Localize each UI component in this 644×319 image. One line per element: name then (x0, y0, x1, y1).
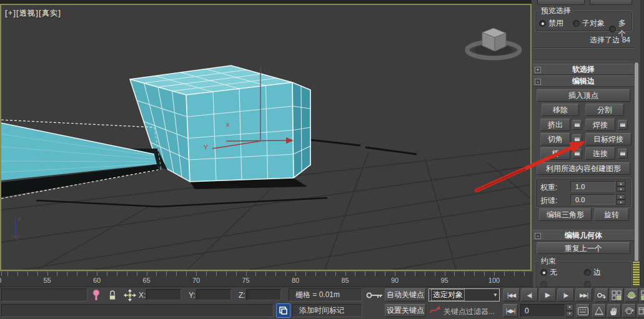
ring-button-partial[interactable] (537, 0, 585, 5)
settings-dialog-icon (575, 137, 580, 141)
mini-listener-line[interactable] (1, 288, 87, 302)
radio-dot (539, 20, 546, 27)
chamfer-button[interactable]: 切角 (540, 133, 570, 145)
target-weld-button[interactable]: 目标焊接 (585, 133, 632, 145)
weight-spinner[interactable]: ▲ ▼ (617, 181, 625, 192)
beam-model[interactable] (1, 120, 161, 199)
spinner-up-icon[interactable]: ▲ (566, 304, 573, 311)
radio-label: 子对象 (582, 18, 605, 29)
field-of-view-button[interactable] (625, 288, 638, 302)
radio-constraint-edge[interactable]: 边 (584, 267, 601, 278)
weight-field[interactable]: 1.0 (570, 181, 615, 192)
maximize-viewport-toggle-partial[interactable] (637, 304, 644, 318)
next-frame-button[interactable]: |▶ (557, 288, 574, 302)
weld-settings-button[interactable] (618, 120, 628, 130)
turn-button[interactable]: 旋转 (594, 209, 629, 221)
perspective-viewport[interactable]: x Y z [+][透视][真实] (0, 4, 532, 271)
create-shape-button[interactable]: 利用所选内容创建图形 (537, 162, 630, 175)
edit-triangulation-button[interactable]: 编辑三角形 (539, 209, 592, 221)
extrude-settings-button[interactable] (572, 120, 582, 130)
radio-label: 边 (593, 267, 601, 278)
world-axis-z-label: z (18, 216, 21, 222)
radio-constraint-none[interactable]: 无 (540, 267, 557, 278)
panel-scrollbar[interactable] (635, 62, 638, 282)
extrude-button[interactable]: 挤出 (540, 119, 570, 131)
split-button[interactable]: 分割 (585, 104, 624, 116)
insert-vertex-button[interactable]: 插入顶点 (537, 89, 630, 102)
y-coordinate-input[interactable] (196, 289, 231, 300)
rollout-collapse-icon[interactable]: - (535, 79, 541, 85)
timeline-tick-label: 70 (192, 277, 200, 284)
zoom-extents-button[interactable] (610, 288, 623, 302)
key-filters-curve-icon (430, 305, 441, 315)
connect-settings-button[interactable] (618, 149, 628, 159)
x-coordinate-label: X: (139, 291, 146, 300)
viewport-label[interactable]: [+][透视][真实] (5, 8, 61, 19)
connect-button[interactable]: 连接 (585, 147, 615, 160)
spinner-up-icon[interactable]: ▲ (617, 181, 625, 187)
current-frame-field[interactable]: 0 (520, 304, 565, 317)
viewport-canvas[interactable]: x Y z (1, 5, 530, 270)
keyboard-shortcut-override-toggle[interactable] (576, 304, 590, 318)
chamfer-settings-button[interactable] (572, 134, 582, 144)
go-to-end-button[interactable]: ▶▶| (575, 288, 592, 302)
weld-button[interactable]: 焊接 (585, 119, 615, 131)
viewcube[interactable] (467, 28, 520, 58)
rollout-soft-selection[interactable]: + 软选择 (533, 64, 634, 75)
selection-lock-key-icon[interactable] (91, 289, 101, 302)
repeat-last-button[interactable]: 重复上一个 (537, 242, 630, 254)
command-panel: 预览选择 禁用 子对象 多个 选择了边 84 + 软选择 - 编辑边 插 (532, 0, 644, 287)
lock-selection-icon[interactable] (107, 290, 117, 301)
previous-frame-button[interactable]: ◀| (521, 288, 538, 302)
key-mode-toggle[interactable]: |◀▶| (503, 304, 518, 317)
set-key-icon[interactable] (366, 291, 384, 300)
z-coordinate-input[interactable] (246, 289, 281, 300)
zoom-region-button-partial[interactable] (640, 288, 644, 302)
radio-dot (609, 26, 616, 32)
orbit-view-button[interactable] (622, 304, 636, 318)
bridge-settings-button[interactable] (572, 149, 582, 159)
settings-dialog-icon (575, 123, 580, 127)
isolate-selection-toggle[interactable] (276, 303, 290, 318)
pan-view-button[interactable] (607, 304, 621, 318)
key-plus-button[interactable] (595, 288, 608, 302)
selection-filter-dropdown[interactable]: 选定对象 ▼ (429, 288, 500, 302)
timeline-tick-label: 95 (440, 277, 448, 284)
timeline-tick-label: 65 (142, 277, 150, 284)
grid-size-display: 栅格 = 0.01m (289, 288, 362, 302)
timeline-ticks (0, 272, 533, 276)
selection-filter-cone-button[interactable] (592, 304, 606, 318)
window-stack-icon (279, 306, 288, 315)
auto-key-button[interactable]: 自动关键点 (385, 288, 426, 302)
x-coordinate-input[interactable] (146, 289, 181, 300)
rollout-title: 编辑几何体 (565, 231, 602, 240)
spinner-down-icon[interactable]: ▼ (566, 311, 573, 318)
loop-button-partial[interactable] (590, 0, 632, 5)
frame-spinner[interactable]: ▲ ▼ (566, 304, 573, 317)
rollout-expand-icon[interactable]: + (535, 67, 541, 73)
rollout-collapse-icon[interactable]: - (535, 233, 541, 239)
crease-spinner[interactable]: ▲ ▼ (617, 194, 625, 205)
bridge-button[interactable]: 桥 (540, 147, 570, 160)
radio-label: 禁用 (548, 18, 563, 29)
timeline-tick-label: 75 (242, 277, 249, 284)
set-key-button[interactable]: 设置关键点 (385, 304, 426, 317)
spinner-down-icon[interactable]: ▼ (617, 187, 625, 192)
go-to-start-button[interactable]: |◀◀ (503, 288, 520, 302)
panel-resize-grip[interactable] (632, 261, 640, 286)
crease-field[interactable]: 0.0 (570, 194, 615, 205)
timeline-track-bar[interactable]: 50556065707580859095100 (0, 271, 533, 287)
key-filters-button[interactable]: 关键点过滤器... (443, 307, 495, 317)
play-button[interactable]: ▶ (539, 288, 556, 302)
rollout-edit-geometry[interactable]: - 编辑几何体 (533, 230, 634, 241)
radio-dot (584, 269, 591, 276)
remove-button[interactable]: 移除 (542, 104, 579, 116)
add-time-tag-button[interactable]: 添加时间标记 (292, 304, 362, 317)
radio-preview-disable[interactable]: 禁用 (539, 18, 563, 29)
transform-coordinates-icon[interactable] (124, 289, 136, 302)
spinner-up-icon[interactable]: ▲ (617, 194, 625, 200)
radio-preview-subobject[interactable]: 子对象 (573, 18, 605, 29)
preview-selection-group: 预览选择 禁用 子对象 多个 (535, 11, 633, 32)
rollout-edit-edges[interactable]: - 编辑边 (533, 76, 634, 87)
spinner-down-icon[interactable]: ▼ (617, 200, 625, 205)
